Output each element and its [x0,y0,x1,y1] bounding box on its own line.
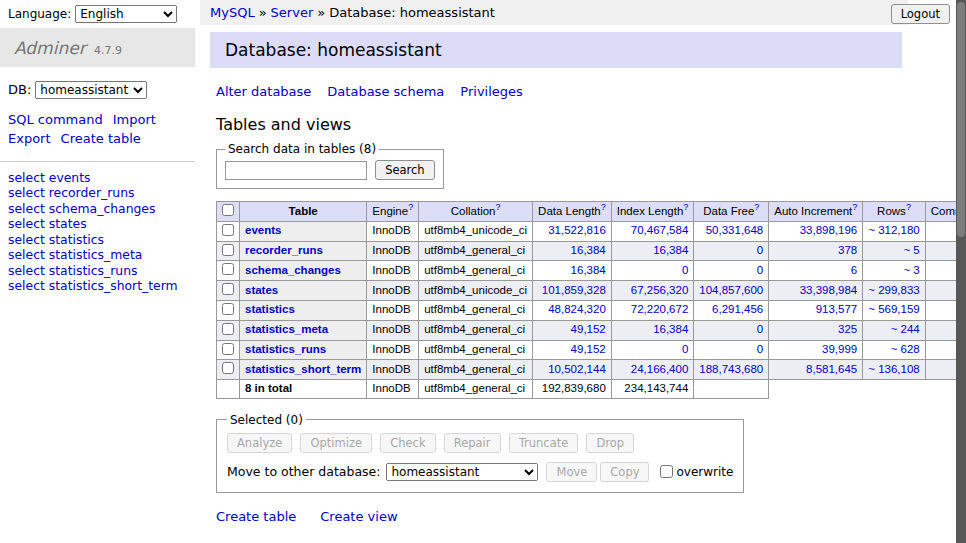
index-length-link[interactable]: 24,166,400 [631,363,689,375]
row-checkbox[interactable] [222,362,234,374]
index-length-link[interactable]: 70,467,584 [631,224,689,236]
search-input[interactable] [225,161,367,180]
data-free-link[interactable]: 50,331,648 [706,224,764,236]
row-checkbox[interactable] [222,343,234,355]
scrollbar-thumb[interactable] [957,2,965,237]
database-schema-link[interactable]: Database schema [327,84,444,99]
rows-count-link[interactable]: ~ 628 [891,343,920,355]
privileges-link[interactable]: Privileges [460,84,523,99]
rows-count-link[interactable]: ~ 244 [891,323,920,335]
index-length-link[interactable]: 0 [682,264,688,276]
auto-increment-link[interactable]: 6 [851,264,857,276]
index-length-link[interactable]: 0 [682,343,688,355]
select-table-link[interactable]: select [8,201,45,216]
row-checkbox[interactable] [222,303,234,315]
select-table-link[interactable]: select [8,232,45,247]
table-structure-link[interactable]: events [49,170,91,185]
sql-command-link[interactable]: SQL command [8,112,103,127]
table-structure-link[interactable]: statistics_meta [49,247,143,262]
language-select[interactable]: English [75,5,177,23]
create-view-link[interactable]: Create view [320,509,397,524]
select-all-checkbox[interactable] [222,204,234,216]
logout-button[interactable]: Logout [891,4,950,24]
optimize-button[interactable]: Optimize [300,433,372,453]
data-free-link[interactable]: 104,857,600 [699,284,763,296]
check-button[interactable]: Check [380,433,435,453]
table-name-link[interactable]: statistics_meta [245,323,328,335]
rows-help-link[interactable]: ? [906,202,911,212]
create-table-link[interactable]: Create table [61,131,141,146]
move-db-select[interactable]: homeassistant [386,463,538,481]
table-structure-link[interactable]: statistics_runs [49,263,138,278]
analyze-button[interactable]: Analyze [227,433,292,453]
breadcrumb-mysql-link[interactable]: MySQL [210,5,255,20]
adminer-logo-link[interactable]: Adminer [14,38,86,58]
drop-button[interactable]: Drop [586,433,634,453]
rows-count-link[interactable]: ~ 5 [903,244,919,256]
data-free-link[interactable]: 188,743,680 [699,363,763,375]
data-length-link[interactable]: 16,384 [571,244,606,256]
rows-count-link[interactable]: ~ 312,180 [868,224,919,236]
table-structure-link[interactable]: statistics [49,232,104,247]
engine-help-link[interactable]: ? [408,202,413,212]
copy-button[interactable]: Copy [600,462,649,482]
table-structure-link[interactable]: recorder_runs [49,185,135,200]
row-checkbox[interactable] [222,224,234,236]
db-select[interactable]: homeassistant [35,81,147,99]
data-free-link[interactable]: 0 [757,323,763,335]
index-length-link[interactable]: 16,384 [653,323,688,335]
select-table-link[interactable]: select [8,278,45,293]
data-free-link[interactable]: 0 [757,264,763,276]
row-checkbox[interactable] [222,283,234,295]
create-table-link-main[interactable]: Create table [216,509,296,524]
table-name-link[interactable]: statistics_runs [245,343,326,355]
rows-count-link[interactable]: ~ 299,833 [868,284,919,296]
table-name-link[interactable]: statistics [245,303,295,315]
select-table-link[interactable]: select [8,247,45,262]
row-checkbox[interactable] [222,263,234,275]
row-checkbox[interactable] [222,323,234,335]
collation-help-link[interactable]: ? [495,202,500,212]
data-length-link[interactable]: 31,522,816 [548,224,606,236]
select-table-link[interactable]: select [8,263,45,278]
search-button[interactable]: Search [375,160,435,180]
data-free-help-link[interactable]: ? [754,202,759,212]
table-structure-link[interactable]: states [49,216,87,231]
overwrite-checkbox[interactable] [660,465,673,478]
auto-increment-link[interactable]: 378 [838,244,857,256]
rows-count-link[interactable]: ~ 136,108 [868,363,919,375]
truncate-button[interactable]: Truncate [509,433,579,453]
table-structure-link[interactable]: schema_changes [49,201,156,216]
table-name-link[interactable]: recorder_runs [245,244,323,256]
auto-increment-link[interactable]: 913,577 [816,303,858,315]
export-link[interactable]: Export [8,131,51,146]
data-free-link[interactable]: 0 [757,343,763,355]
select-table-link[interactable]: select [8,216,45,231]
auto-increment-link[interactable]: 33,398,984 [800,284,858,296]
index-length-link[interactable]: 72,220,672 [631,303,689,315]
index-length-link[interactable]: 16,384 [653,244,688,256]
breadcrumb-server-link[interactable]: Server [271,5,314,20]
rows-count-link[interactable]: ~ 569,159 [868,303,919,315]
data-free-link[interactable]: 6,291,456 [712,303,763,315]
table-structure-link[interactable]: statistics_short_term [49,278,178,293]
auto-increment-link[interactable]: 33,898,196 [800,224,858,236]
table-name-link[interactable]: statistics_short_term [245,363,361,375]
select-table-link[interactable]: select [8,185,45,200]
auto-increment-link[interactable]: 39,999 [822,343,857,355]
scrollbar[interactable] [956,0,966,543]
data-length-link[interactable]: 48,824,320 [548,303,606,315]
move-button[interactable]: Move [546,462,597,482]
alter-database-link[interactable]: Alter database [216,84,311,99]
data-length-link[interactable]: 49,152 [571,343,606,355]
repair-button[interactable]: Repair [444,433,501,453]
auto-increment-link[interactable]: 8,581,645 [806,363,857,375]
data-free-link[interactable]: 0 [757,244,763,256]
table-name-link[interactable]: events [245,224,281,236]
data-length-link[interactable]: 16,384 [571,264,606,276]
row-checkbox[interactable] [222,244,234,256]
data-length-link[interactable]: 101,859,328 [542,284,606,296]
table-name-link[interactable]: schema_changes [245,264,341,276]
index-length-link[interactable]: 67,256,320 [631,284,689,296]
select-table-link[interactable]: select [8,170,45,185]
